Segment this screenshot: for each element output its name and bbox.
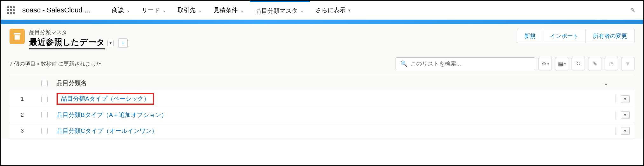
row-actions-menu[interactable]: ▼ xyxy=(621,127,630,135)
inline-edit-button[interactable]: ✎ xyxy=(588,57,601,70)
table-header-row: 品目分類名 ⌄ xyxy=(10,75,634,91)
gear-icon: ⚙ xyxy=(541,60,546,67)
col-header-name[interactable]: 品目分類名 xyxy=(54,79,596,87)
col-header-sort[interactable]: ⌄ xyxy=(596,80,615,87)
nav-label: 商談 xyxy=(112,6,124,14)
record-link[interactable]: 品目分類Bタイプ（A＋追加オプション） xyxy=(57,111,167,119)
table-row: 2 品目分類Bタイプ（A＋追加オプション） ▼ xyxy=(10,107,634,123)
caret-down-icon: ▾ xyxy=(348,8,350,13)
pin-list-button[interactable] xyxy=(118,38,128,48)
page-content: 品目分類マスタ 最近参照したデータ ▾ 新規 インポート 所有者の変更 7 個の… xyxy=(1,24,643,139)
chart-button[interactable]: ◔ xyxy=(605,57,618,70)
list-search-box[interactable]: 🔍 xyxy=(396,57,535,70)
top-navigation-bar: soasc - SalesCloud ... 商談 ⌄ リード ⌄ 取引先 ⌄ … xyxy=(1,1,643,20)
chevron-down-icon[interactable]: ⌄ xyxy=(198,8,202,13)
pie-chart-icon: ◔ xyxy=(609,60,614,67)
chevron-down-icon[interactable]: ⌄ xyxy=(240,8,244,13)
col-select-all xyxy=(35,80,54,86)
list-header-actions: 新規 インポート 所有者の変更 xyxy=(517,29,634,43)
edit-nav-pencil-icon[interactable]: ✎ xyxy=(628,5,637,16)
brand-strip xyxy=(1,20,643,24)
list-sub-row: 7 個の項目 • 数秒前 に更新されました 🔍 ⚙▾ ▦▾ ↻ ✎ ◔ ▼ xyxy=(10,57,634,70)
list-status-text: 7 個の項目 • 数秒前 に更新されました xyxy=(10,60,101,68)
row-checkbox[interactable] xyxy=(41,112,48,118)
nav-item-opportunities[interactable]: 商談 ⌄ xyxy=(106,1,136,19)
app-name-label: soasc - SalesCloud ... xyxy=(22,6,90,14)
table-row: 3 品目分類Cタイプ（オールインワン） ▼ xyxy=(10,123,634,139)
refresh-button[interactable]: ↻ xyxy=(572,57,585,70)
object-icon xyxy=(10,29,25,44)
nav-item-leads[interactable]: リード ⌄ xyxy=(136,1,172,19)
archive-box-icon xyxy=(13,32,22,41)
display-as-button[interactable]: ▦▾ xyxy=(555,57,568,70)
nav-item-show-more[interactable]: さらに表示 ▾ xyxy=(310,1,356,19)
row-number: 1 xyxy=(10,96,35,102)
list-view-picker-caret[interactable]: ▾ xyxy=(107,40,114,46)
row-checkbox[interactable] xyxy=(41,96,48,102)
new-button[interactable]: 新規 xyxy=(517,29,543,43)
caret-down-icon: ▾ xyxy=(547,62,549,66)
row-number: 2 xyxy=(10,112,35,118)
nav-item-category-master[interactable]: 品目分類マスタ ⌄ xyxy=(250,1,310,19)
pin-icon xyxy=(121,41,125,45)
record-link[interactable]: 品目分類Aタイプ（ベーシック） xyxy=(61,95,150,102)
refresh-icon: ↻ xyxy=(576,60,581,67)
table-row: 1 品目分類Aタイプ（ベーシック） ▼ xyxy=(10,91,634,107)
chevron-down-icon[interactable]: ⌄ xyxy=(162,8,166,13)
row-highlight-box: 品目分類Aタイプ（ベーシック） xyxy=(57,93,154,105)
list-settings-button[interactable]: ⚙▾ xyxy=(539,57,552,70)
table-icon: ▦ xyxy=(558,60,563,67)
list-header-left: 品目分類マスタ 最近参照したデータ ▾ xyxy=(10,29,128,49)
row-number: 3 xyxy=(10,128,35,134)
row-checkbox[interactable] xyxy=(41,128,48,134)
pencil-icon: ✎ xyxy=(593,60,597,67)
chevron-down-icon[interactable]: ⌄ xyxy=(126,8,130,13)
nav-label: 見積条件 xyxy=(214,6,238,14)
app-launcher-icon[interactable] xyxy=(7,6,15,14)
list-header-row: 品目分類マスタ 最近参照したデータ ▾ 新規 インポート 所有者の変更 xyxy=(10,29,634,49)
caret-down-icon: ▾ xyxy=(564,62,566,66)
search-icon: 🔍 xyxy=(400,60,407,67)
import-button[interactable]: インポート xyxy=(543,29,586,43)
list-search-input[interactable] xyxy=(410,61,531,67)
nav-label: 取引先 xyxy=(178,6,196,14)
nav-items: 商談 ⌄ リード ⌄ 取引先 ⌄ 見積条件 ⌄ 品目分類マスタ ⌄ さらに表示 … xyxy=(106,1,356,19)
filter-icon: ▼ xyxy=(625,61,631,67)
record-link[interactable]: 品目分類Cタイプ（オールインワン） xyxy=(57,127,158,135)
nav-item-accounts[interactable]: 取引先 ⌄ xyxy=(172,1,208,19)
list-toolbar: 🔍 ⚙▾ ▦▾ ↻ ✎ ◔ ▼ xyxy=(396,57,634,70)
nav-item-quote-conditions[interactable]: 見積条件 ⌄ xyxy=(208,1,250,19)
nav-label: 品目分類マスタ xyxy=(255,7,298,15)
change-owner-button[interactable]: 所有者の変更 xyxy=(586,29,634,43)
select-all-checkbox[interactable] xyxy=(41,80,48,86)
object-type-label: 品目分類マスタ xyxy=(29,29,128,36)
filter-button[interactable]: ▼ xyxy=(621,57,634,70)
chevron-down-icon[interactable]: ⌄ xyxy=(300,8,304,13)
nav-label: リード xyxy=(142,6,160,14)
row-actions-menu[interactable]: ▼ xyxy=(621,95,630,103)
list-view-title[interactable]: 最近参照したデータ xyxy=(29,37,105,49)
nav-label: さらに表示 xyxy=(315,6,346,14)
list-table: 品目分類名 ⌄ 1 品目分類Aタイプ（ベーシック） ▼ 2 品目分類Bタイプ（A… xyxy=(10,75,634,139)
row-actions-menu[interactable]: ▼ xyxy=(621,111,630,119)
